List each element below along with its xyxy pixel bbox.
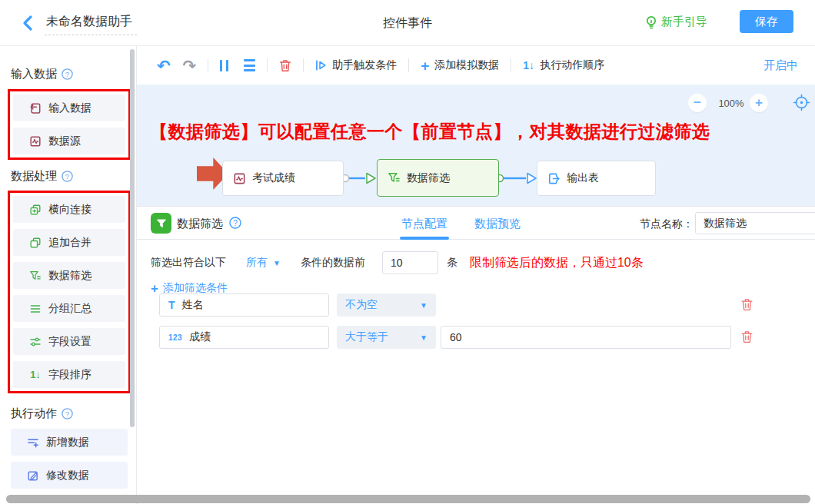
- action-order-label: 执行动作顺序: [540, 58, 604, 72]
- group-summary-icon: [29, 303, 42, 315]
- trigger-condition-button[interactable]: 助手触发条件: [315, 58, 397, 72]
- sidebar-scrollbar[interactable]: [130, 49, 135, 427]
- operator-label: 大于等于: [345, 330, 388, 344]
- sidebar-item-data-filter[interactable]: 数据筛选: [13, 262, 125, 289]
- field-name: 姓名: [182, 298, 204, 312]
- condition-row: 123 成绩 大于等于 ▼: [137, 326, 815, 349]
- panel-header: 数据筛选 ? 节点配置 数据预览 节点名称：: [137, 207, 815, 240]
- operator-select-gte[interactable]: 大于等于 ▼: [337, 326, 436, 349]
- condition-value-input[interactable]: [441, 326, 731, 349]
- condition-row: T 姓名 不为空 ▼: [137, 293, 815, 317]
- caret-down-icon[interactable]: ▼: [273, 259, 281, 267]
- save-button[interactable]: 保存: [740, 10, 793, 33]
- sidebar-item-datasource[interactable]: 数据源: [13, 128, 125, 154]
- text-type-icon: T: [168, 299, 175, 311]
- redo-icon[interactable]: ↷: [183, 58, 197, 74]
- horizontal-scrollbar[interactable]: [6, 495, 810, 503]
- group-title: 数据处理: [11, 169, 57, 184]
- align-horizontal-icon[interactable]: [244, 59, 255, 71]
- sliders-icon: [29, 336, 42, 348]
- toolbar-divider: [511, 58, 511, 72]
- svg-text:?: ?: [65, 409, 69, 417]
- number-type-icon: 123: [168, 333, 182, 342]
- node-label: 考试成绩: [252, 171, 295, 185]
- filter-prefix-text: 筛选出符合以下: [151, 256, 226, 270]
- operator-select-not-empty[interactable]: 不为空 ▼: [337, 293, 436, 317]
- sidebar-item-add-data[interactable]: 新增数据: [11, 429, 128, 456]
- question-circle-icon[interactable]: ?: [62, 68, 73, 80]
- data-filter-node-icon: [151, 213, 171, 234]
- sidebar: 输入数据 ? 输入数据 数据源 数据处理 ?: [0, 46, 137, 504]
- sidebar-group-process-header: 数据处理 ?: [11, 168, 136, 184]
- question-circle-icon[interactable]: ?: [229, 217, 241, 229]
- node-output-table[interactable]: 输出表: [537, 161, 656, 196]
- lightbulb-icon: [645, 15, 657, 29]
- sidebar-item-label: 输入数据: [48, 101, 91, 115]
- tab-data-preview[interactable]: 数据预览: [474, 207, 521, 240]
- limit-count-input[interactable]: [382, 251, 438, 274]
- sidebar-item-label: 数据筛选: [48, 269, 91, 283]
- sidebar-item-label: 数据源: [48, 134, 81, 148]
- annotation-box-input: 输入数据 数据源: [8, 89, 131, 160]
- waveform-icon: [29, 135, 42, 148]
- topbar: 未命名数据助手 控件事件 新手引导 保存: [0, 0, 815, 46]
- sidebar-item-horizontal-join[interactable]: 横向连接: [13, 196, 125, 223]
- filter-funnel-icon: [388, 171, 401, 184]
- sidebar-item-label: 分组汇总: [48, 302, 91, 316]
- toolbar-divider: [303, 58, 304, 72]
- toolbar-divider: [267, 58, 268, 72]
- sidebar-group-action-header: 执行动作 ?: [11, 406, 136, 421]
- node-data-filter[interactable]: 数据筛选: [377, 159, 499, 197]
- sidebar-item-label: 字段设置: [48, 335, 91, 349]
- guide-button[interactable]: 新手引导: [645, 15, 707, 29]
- horizontal-join-icon: [29, 204, 42, 216]
- question-circle-icon[interactable]: ?: [62, 408, 73, 419]
- align-vertical-icon[interactable]: [220, 60, 228, 71]
- svg-text:?: ?: [233, 219, 238, 227]
- operator-label: 不为空: [345, 298, 378, 312]
- group-title: 输入数据: [11, 67, 57, 81]
- node-name-input[interactable]: [695, 212, 815, 234]
- sidebar-action-items: 新增数据 修改数据: [11, 429, 128, 489]
- node-config-panel: 数据筛选 ? 节点配置 数据预览 节点名称： 筛选出符合以下 所有 ▼ 条件的数…: [137, 206, 815, 504]
- toolbar-divider: [408, 58, 409, 72]
- status-toggle[interactable]: 开启中: [763, 58, 798, 73]
- sidebar-group-input-header: 输入数据 ?: [11, 66, 136, 81]
- add-mock-data-label: 添加模拟数据: [434, 58, 499, 72]
- panel-tabs: 节点配置 数据预览: [401, 207, 521, 240]
- delete-node-icon[interactable]: [279, 59, 291, 72]
- question-circle-icon[interactable]: ?: [62, 171, 73, 182]
- match-mode-select[interactable]: 所有: [246, 256, 268, 270]
- sidebar-item-field-settings[interactable]: 字段设置: [13, 328, 125, 355]
- node-name-label: 节点名称：: [640, 217, 694, 231]
- field-select-score[interactable]: 123 成绩: [159, 326, 329, 349]
- sidebar-item-input-data[interactable]: 输入数据: [13, 94, 125, 121]
- delete-condition-icon[interactable]: [741, 330, 753, 343]
- trigger-play-icon: [315, 60, 327, 71]
- tab-node-config[interactable]: 节点配置: [401, 207, 447, 240]
- group-title: 执行动作: [11, 406, 57, 421]
- node-label: 输出表: [567, 171, 599, 185]
- filter-middle-text: 条件的数据前: [301, 256, 365, 270]
- sidebar-item-append-merge[interactable]: 追加合并: [13, 229, 125, 256]
- add-mock-data-button[interactable]: + 添加模拟数据: [421, 58, 499, 73]
- flow-canvas[interactable]: − 100% + 【数据筛选】可以配置任意一个【前置节点】，对其数据进行过滤筛选: [137, 85, 815, 206]
- plus-icon: +: [421, 58, 429, 73]
- node-exam-scores[interactable]: 考试成绩: [222, 161, 344, 196]
- sidebar-item-label: 修改数据: [46, 469, 89, 482]
- sidebar-item-label: 字段排序: [48, 368, 91, 382]
- main-area: ↶ ↷ 助手触发条件 + 添加模拟数据 1↓ 执行动作顺序 开启中: [137, 46, 815, 504]
- field-name: 成绩: [189, 330, 211, 344]
- canvas-toolbar: ↶ ↷ 助手触发条件 + 添加模拟数据 1↓ 执行动作顺序 开启中: [137, 46, 815, 85]
- action-order-button[interactable]: 1↓ 执行动作顺序: [523, 58, 604, 72]
- waveform-icon: [233, 172, 246, 185]
- sidebar-item-label: 横向连接: [48, 203, 91, 217]
- delete-condition-icon[interactable]: [741, 298, 753, 311]
- sidebar-item-modify-data[interactable]: 修改数据: [11, 462, 128, 489]
- field-select-name[interactable]: T 姓名: [159, 293, 329, 317]
- svg-text:?: ?: [65, 171, 69, 180]
- guide-label: 新手引导: [661, 15, 707, 29]
- undo-icon[interactable]: ↶: [157, 58, 171, 74]
- sidebar-item-group-summary[interactable]: 分组汇总: [13, 295, 125, 322]
- sidebar-item-field-sort[interactable]: 1↓ 字段排序: [13, 361, 125, 388]
